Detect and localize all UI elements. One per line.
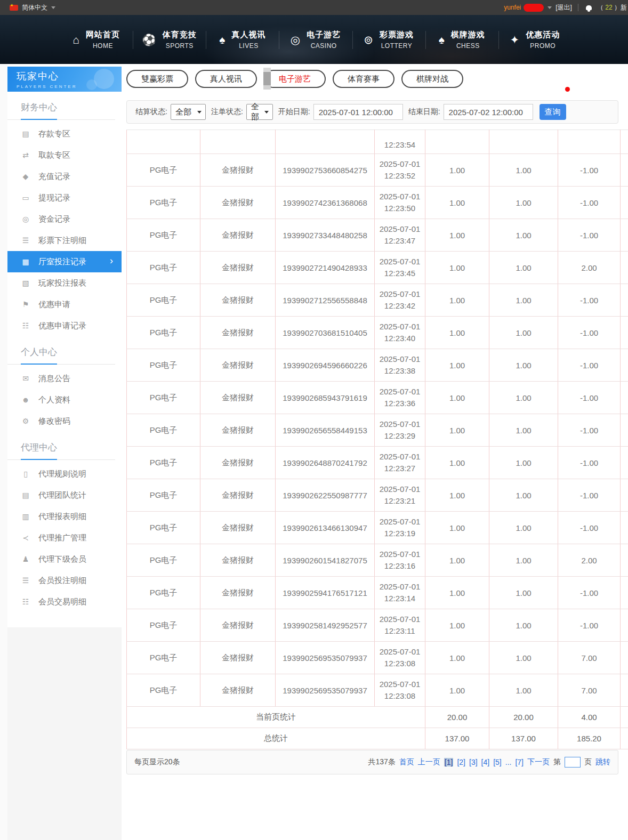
- sidebar-item[interactable]: ▤存款专区: [7, 123, 122, 144]
- end-date-input[interactable]: [444, 104, 533, 120]
- category-tab[interactable]: 电子游艺: [264, 70, 326, 88]
- sidebar-item[interactable]: ▦厅室投注记录: [7, 251, 122, 272]
- table-row: PG电子金猪报财19399025941765171212025-07-0112:…: [127, 577, 628, 609]
- nav-item-lives[interactable]: ♠真人视讯LIVES: [206, 15, 279, 64]
- sidebar-item-label: 取款专区: [38, 150, 70, 160]
- cell-game: 金猪报财: [200, 609, 276, 642]
- cell-time-date: 2025-07-01: [375, 321, 425, 333]
- sidebar-item[interactable]: ▯代理规则说明: [7, 463, 122, 484]
- cell-time-date: 2025-07-01: [375, 191, 425, 203]
- sidebar-item[interactable]: ☰会员投注明细: [7, 570, 122, 591]
- nav-item-lottery[interactable]: ⊚彩票游戏LOTTERY: [352, 15, 425, 64]
- nav-item-title: 彩票游戏: [380, 30, 414, 40]
- cell-bet-amount: 1.00: [425, 284, 489, 317]
- cell-valid-bet: 1.00: [489, 349, 558, 382]
- sidebar-item[interactable]: ♟代理下级会员: [7, 548, 122, 570]
- cell-bet-amount: 1.00: [425, 577, 489, 609]
- message-count-wrap[interactable]: （ 22 ）新: [597, 3, 627, 12]
- nav-item-sports[interactable]: ⚽体育竞技SPORTS: [133, 15, 206, 64]
- withdraw-record-icon: ▭: [21, 194, 30, 201]
- announcement-icon: ✉: [21, 375, 30, 382]
- page-link[interactable]: [4]: [481, 758, 490, 766]
- scrollbar-artifact[interactable]: [263, 68, 271, 90]
- first-page-link[interactable]: 首页: [399, 757, 414, 767]
- notification-bell-icon[interactable]: [586, 5, 592, 10]
- logout-button[interactable]: [退出]: [555, 3, 572, 12]
- gift-icon: ✦: [510, 34, 520, 45]
- cell-bet-amount: 1.00: [425, 317, 489, 349]
- start-date-input[interactable]: [313, 104, 403, 120]
- page-link[interactable]: [3]: [469, 758, 478, 766]
- sidebar-item[interactable]: ◆充值记录: [7, 166, 122, 187]
- sidebar-item[interactable]: ☻个人资料: [7, 389, 122, 410]
- sidebar-item[interactable]: ▭提现记录: [7, 187, 122, 208]
- sidebar-item[interactable]: ☷优惠申请记录: [7, 315, 122, 336]
- nav-item-title: 优惠活动: [526, 30, 560, 40]
- page-link[interactable]: [7]: [515, 758, 524, 766]
- cell-time-clock: 12:23:45: [375, 268, 425, 279]
- cell-time-date: 2025-07-01: [375, 418, 425, 430]
- agent-rules-icon: ▯: [21, 470, 30, 478]
- sidebar-section-title: 财务中心: [7, 92, 115, 120]
- category-tab[interactable]: 体育赛事: [333, 70, 394, 88]
- cell-provider: PG电子: [127, 382, 200, 414]
- sidebar-item[interactable]: ☰彩票下注明细: [7, 230, 122, 251]
- sidebar-item[interactable]: ▧玩家投注报表: [7, 272, 122, 294]
- username-label[interactable]: yunfei: [504, 4, 521, 11]
- cell-game: 金猪报财: [200, 187, 276, 219]
- sidebar-item[interactable]: ◎资金记录: [7, 208, 122, 230]
- settle-status-label: 结算状态:: [135, 107, 167, 117]
- sidebar-item-label: 会员投注明细: [38, 576, 86, 586]
- sidebar-item[interactable]: ⇄取款专区: [7, 144, 122, 166]
- jump-page-input[interactable]: [565, 757, 581, 768]
- cell-profit: -1.00: [558, 219, 621, 252]
- cell-time-date: 2025-07-01: [375, 679, 425, 690]
- cell-bet-amount: 1.00: [425, 219, 489, 252]
- cell-time-clock: 12:23:14: [375, 593, 425, 604]
- sidebar-item[interactable]: ✉消息公告: [7, 368, 122, 389]
- nav-item-text: 优惠活动PROMO: [526, 30, 560, 50]
- order-status-select[interactable]: 全部: [246, 104, 273, 120]
- nav-item-casino[interactable]: ◎电子游艺CASINO: [279, 15, 352, 64]
- nav-item-chess[interactable]: ♠棋牌游戏CHESS: [425, 15, 498, 64]
- jump-button[interactable]: 跳转: [595, 757, 610, 767]
- cell-order-id: 1939902733448480258: [276, 219, 375, 252]
- prev-page-link[interactable]: 上一页: [418, 757, 440, 767]
- pagination-bar: 每页显示20条 共137条 首页 上一页 [1][2][3][4][5]...[…: [126, 750, 618, 774]
- page-link[interactable]: [5]: [493, 758, 502, 766]
- category-tab[interactable]: 真人视讯: [195, 70, 257, 88]
- language-switcher[interactable]: 简体中文: [10, 3, 55, 12]
- sidebar-item[interactable]: ⚙修改密码: [7, 410, 122, 432]
- cell-bet-amount: 1.00: [425, 154, 489, 187]
- sidebar-item-label: 存款专区: [38, 129, 70, 139]
- cell-order-id: 1939902742361368068: [276, 187, 375, 219]
- sidebar-item[interactable]: ☷会员交易明细: [7, 591, 122, 612]
- sidebar-item[interactable]: ▤代理团队统计: [7, 484, 122, 506]
- category-tab[interactable]: 棋牌对战: [401, 70, 463, 88]
- sidebar-item[interactable]: ⚑优惠申请: [7, 294, 122, 315]
- language-label[interactable]: 简体中文: [22, 3, 47, 12]
- table-row: PG电子金猪报财19399025695350799372025-07-0112:…: [127, 642, 628, 674]
- cell-bet-amount: 1.00: [425, 447, 489, 479]
- cell-valid-bet: 1.00: [489, 544, 558, 577]
- sidebar-item[interactable]: ▥代理报表明细: [7, 506, 122, 527]
- cell-bet-amount: 1.00: [425, 479, 489, 512]
- sidebar-item[interactable]: ≺代理推广管理: [7, 527, 122, 548]
- nav-item-promo[interactable]: ✦优惠活动PROMO: [498, 15, 571, 64]
- page-link[interactable]: [2]: [457, 758, 465, 766]
- page-link[interactable]: ...: [505, 758, 512, 766]
- table-row: PG电子金猪报财19399027125565588482025-07-0112:…: [127, 284, 628, 317]
- user-chevron-down-icon[interactable]: [548, 6, 552, 9]
- cell-clipped: [621, 609, 628, 642]
- nav-item-home[interactable]: ⌂网站首页HOME: [60, 15, 133, 64]
- settle-status-select[interactable]: 全部: [171, 104, 206, 120]
- cell-valid-bet: 1.00: [489, 252, 558, 284]
- search-button[interactable]: 查询: [540, 104, 566, 120]
- sidebar-section-title-text: 代理中心: [21, 441, 57, 460]
- cell-profit: -1.00: [558, 447, 621, 479]
- category-tab[interactable]: 雙赢彩票: [126, 70, 188, 88]
- cell-order-id: 1939902613466130947: [276, 512, 375, 544]
- next-page-link[interactable]: 下一页: [527, 757, 550, 767]
- funds-record-icon: ◎: [21, 215, 30, 223]
- cell-provider: PG电子: [127, 317, 200, 349]
